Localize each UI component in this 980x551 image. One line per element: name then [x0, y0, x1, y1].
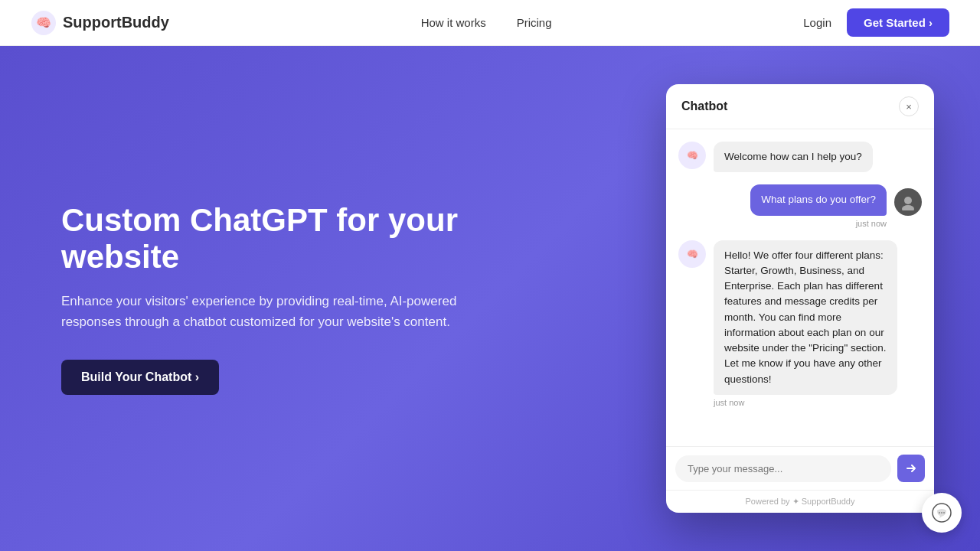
user-message-1: What plans do you offer? just now: [678, 184, 922, 227]
chat-close-button[interactable]: ×: [899, 96, 919, 116]
build-chatbot-button[interactable]: Build Your Chatbot ›: [61, 360, 219, 395]
bot-bubble-1: Welcome how can I help you?: [714, 142, 873, 172]
svg-text:🧠: 🧠: [36, 15, 51, 30]
float-chat-button[interactable]: [922, 493, 962, 533]
chat-send-button[interactable]: [897, 455, 925, 482]
user-icon-1: [900, 194, 916, 210]
svg-point-5: [902, 205, 914, 210]
user-bubble-1: What plans do you offer?: [750, 184, 887, 215]
bot-avatar-2: 🧠: [678, 240, 706, 268]
brain-icon-2: 🧠: [684, 246, 701, 262]
get-started-button[interactable]: Get Started ›: [847, 8, 949, 37]
brain-icon-1: 🧠: [684, 147, 701, 164]
chat-title: Chatbot: [681, 99, 727, 113]
chat-body: 🧠 Welcome how can I help you? What plans…: [666, 129, 934, 446]
chatbot-window: Chatbot × 🧠 Welcome how can I help you? …: [666, 84, 934, 513]
svg-point-9: [939, 512, 940, 514]
svg-point-10: [941, 512, 942, 514]
send-icon: [905, 462, 917, 474]
float-chat-icon: [932, 503, 952, 523]
svg-text:🧠: 🧠: [687, 248, 698, 259]
bot-message-2: 🧠 Hello! We offer four different plans: …: [678, 240, 922, 407]
svg-point-4: [904, 197, 912, 204]
chat-input[interactable]: [675, 455, 891, 482]
user-avatar-1: [894, 188, 922, 216]
hero-left: Custom ChatGPT for your website Enhance …: [61, 202, 475, 396]
hero-subtitle: Enhance your visitors' experience by pro…: [61, 291, 475, 332]
bot-bubble-2: Hello! We offer four different plans: St…: [714, 240, 897, 395]
chat-header: Chatbot ×: [666, 84, 934, 129]
bot-message-1: 🧠 Welcome how can I help you?: [678, 142, 922, 172]
hero-title: Custom ChatGPT for your website: [61, 202, 475, 276]
hero-section: Custom ChatGPT for your website Enhance …: [0, 46, 980, 551]
nav-pricing[interactable]: Pricing: [517, 16, 552, 29]
nav-links: How it works Pricing: [421, 16, 552, 29]
svg-point-11: [943, 512, 945, 514]
login-link[interactable]: Login: [803, 16, 831, 29]
nav-how-it-works[interactable]: How it works: [421, 16, 486, 29]
logo-icon: 🧠: [31, 10, 57, 36]
bot-timestamp-2: just now: [714, 398, 922, 407]
nav-right: Login Get Started ›: [803, 8, 949, 37]
user-timestamp-1: just now: [678, 219, 887, 228]
navbar: 🧠 SupportBuddy How it works Pricing Logi…: [0, 0, 980, 46]
powered-by: Powered by ✦ SupportBuddy: [666, 490, 934, 513]
bot-avatar-1: 🧠: [678, 142, 706, 169]
chat-footer: [666, 446, 934, 490]
logo-link[interactable]: 🧠 SupportBuddy: [31, 10, 169, 36]
logo-text: SupportBuddy: [63, 14, 169, 31]
svg-text:🧠: 🧠: [687, 149, 698, 161]
